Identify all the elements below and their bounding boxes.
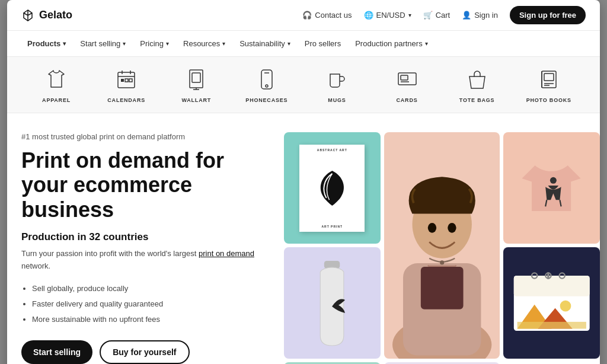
product-apparel[interactable]: APPAREL xyxy=(36,66,77,103)
product-bar: APPAREL CALENDARS xyxy=(7,57,600,113)
svg-point-25 xyxy=(428,223,436,233)
contact-link[interactable]: 🎧 Contact us xyxy=(302,11,352,20)
start-selling-chevron-icon: ▾ xyxy=(123,40,126,47)
product-calendars[interactable]: CALENDARS xyxy=(106,66,147,103)
calendars-icon xyxy=(113,66,139,92)
product-wallart[interactable]: WALLART xyxy=(175,66,217,103)
svg-rect-15 xyxy=(401,75,408,80)
bottle-illustration xyxy=(306,257,358,349)
resources-chevron-icon: ▾ xyxy=(222,40,225,47)
totebags-icon xyxy=(464,66,490,92)
mugs-icon xyxy=(324,66,350,92)
svg-rect-18 xyxy=(544,74,554,81)
products-chevron-icon: ▾ xyxy=(63,40,66,47)
nav-resources[interactable]: Resources ▾ xyxy=(177,37,231,50)
svg-point-28 xyxy=(440,260,444,264)
tshirt-illustration xyxy=(512,142,590,234)
bullet-3: More sustainable with no upfront fees xyxy=(32,312,263,327)
sustainability-chevron-icon: ▾ xyxy=(287,40,290,47)
svg-rect-35 xyxy=(514,276,590,296)
svg-rect-6 xyxy=(129,79,132,82)
nav-sustainability[interactable]: Sustainability ▾ xyxy=(234,37,296,50)
cart-link[interactable]: 🛒 Cart xyxy=(423,11,451,20)
nav-production-partners[interactable]: Production partners ▾ xyxy=(349,37,433,50)
logo[interactable]: Gelato xyxy=(21,9,72,22)
hero-badge: #1 most trusted global print on demand p… xyxy=(21,132,263,141)
language-chevron-icon: ▾ xyxy=(408,12,411,18)
language-selector[interactable]: 🌐 EN/USD ▾ xyxy=(364,11,411,20)
buy-for-yourself-button[interactable]: Buy for yourself xyxy=(100,340,189,364)
art-frame: ABSTRACT ART ART PRINT xyxy=(299,145,365,232)
nav-start-selling[interactable]: Start selling ▾ xyxy=(74,37,132,50)
hero-subtitle: Production in 32 countries xyxy=(21,231,263,243)
nav-pricing[interactable]: Pricing ▾ xyxy=(134,37,175,50)
svg-rect-8 xyxy=(192,73,200,82)
svg-point-13 xyxy=(266,85,268,87)
grid-cell-person xyxy=(384,132,500,359)
art-leaf-icon xyxy=(315,154,350,222)
wallart-icon xyxy=(183,66,209,92)
grid-cell-bottle xyxy=(284,247,381,359)
person-icon: 👤 xyxy=(462,11,471,20)
main-navigation: Products ▾ Start selling ▾ Pricing ▾ Res… xyxy=(7,31,600,57)
cards-icon xyxy=(394,66,420,92)
product-totebags[interactable]: TOTE BAGS xyxy=(456,66,498,103)
production-partners-chevron-icon: ▾ xyxy=(425,40,428,47)
product-mugs[interactable]: MUGS xyxy=(316,66,357,103)
apparel-icon xyxy=(43,66,69,92)
nav-pro-sellers[interactable]: Pro sellers xyxy=(299,37,347,50)
svg-point-26 xyxy=(448,223,456,233)
hero-section: #1 most trusted global print on demand p… xyxy=(7,113,600,364)
bullet-1: Sell globally, produce locally xyxy=(32,281,263,296)
headphone-icon: 🎧 xyxy=(302,11,312,20)
person-illustration xyxy=(384,132,500,359)
product-cards[interactable]: CARDS xyxy=(386,66,428,103)
hero-image-grid-wrapper: ABSTRACT ART ART PRINT xyxy=(284,132,600,364)
signin-link[interactable]: 👤 Sign in xyxy=(462,11,498,20)
gelato-logo-icon xyxy=(21,9,34,22)
art-print-title: ABSTRACT ART xyxy=(317,148,347,152)
grid-cell-calendar xyxy=(503,247,600,359)
top-navigation: 🎧 Contact us 🌐 EN/USD ▾ 🛒 Cart 👤 Sign in… xyxy=(302,6,586,24)
product-phonecases[interactable]: PHONECASES xyxy=(245,66,287,103)
svg-rect-5 xyxy=(125,79,128,82)
start-selling-button[interactable]: Start selling xyxy=(21,340,92,364)
photobooks-icon xyxy=(536,66,562,92)
svg-point-39 xyxy=(560,301,571,312)
logo-text: Gelato xyxy=(39,9,72,21)
hero-description: Turn your passion into profit with the w… xyxy=(21,248,263,273)
hero-content: #1 most trusted global print on demand p… xyxy=(21,132,270,364)
hero-image-grid: ABSTRACT ART ART PRINT xyxy=(284,132,600,364)
svg-point-30 xyxy=(550,177,557,183)
bullet-2: Faster delivery and quality guaranteed xyxy=(32,296,263,312)
product-photobooks[interactable]: PHOTO BOOKS xyxy=(526,66,571,103)
calendar-illustration xyxy=(510,257,593,349)
pricing-chevron-icon: ▾ xyxy=(166,40,169,47)
globe-icon: 🌐 xyxy=(364,11,373,20)
grid-cell-tshirt xyxy=(503,132,600,244)
hero-bullets-list: Sell globally, produce locally Faster de… xyxy=(21,281,263,327)
phonecases-icon xyxy=(254,66,280,92)
nav-products[interactable]: Products ▾ xyxy=(21,37,72,50)
art-print-subtitle: ART PRINT xyxy=(321,225,343,228)
grid-cell-art-print: ABSTRACT ART ART PRINT xyxy=(284,132,381,244)
svg-rect-4 xyxy=(121,79,124,82)
hero-title: Print on demand for your ecommerce busin… xyxy=(21,148,263,222)
cart-icon: 🛒 xyxy=(423,11,433,20)
svg-rect-29 xyxy=(421,267,464,309)
signup-button[interactable]: Sign up for free xyxy=(510,6,586,24)
svg-rect-38 xyxy=(517,322,586,329)
print-on-demand-link[interactable]: print on demand xyxy=(199,249,254,258)
hero-actions: Start selling Buy for yourself xyxy=(21,340,263,364)
